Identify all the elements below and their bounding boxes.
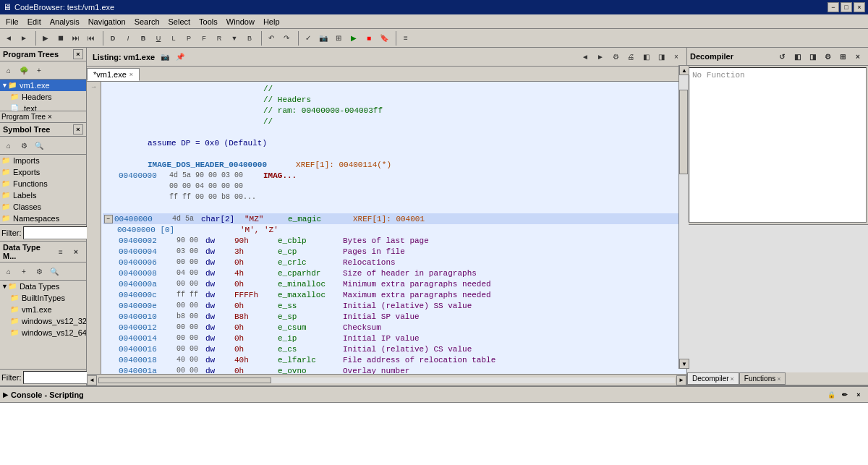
dec-refresh-icon[interactable]: ↺ <box>775 49 789 64</box>
toolbar-bookmark[interactable]: 🔖 <box>377 31 391 46</box>
code-line-elfarlc[interactable]: 00400018 40 00 dw 40h e_lfarlc File addr… <box>103 354 685 365</box>
hscroll-thumb[interactable] <box>98 377 271 383</box>
dt-win64[interactable]: windows_vs12_64 <box>0 327 86 338</box>
console-icon2[interactable]: ✏ <box>838 388 851 401</box>
functions-tab-close[interactable]: × <box>777 375 780 383</box>
scroll-thumb[interactable] <box>679 90 686 175</box>
program-trees-close[interactable]: × <box>73 49 83 59</box>
toolbar-l[interactable]: L <box>166 31 181 46</box>
maximize-button[interactable]: □ <box>841 2 852 12</box>
lst-settings[interactable]: ⚙ <box>608 50 623 64</box>
menu-tools[interactable]: Tools <box>195 16 222 27</box>
tree-item-headers[interactable]: Headers <box>0 91 86 103</box>
lst-snap2[interactable]: ◨ <box>654 50 668 64</box>
code-line-emaxalloc[interactable]: 0040000c ff ff dw FFFFh e_maxalloc Maxim… <box>103 289 685 300</box>
toolbar-b2[interactable]: B <box>242 31 257 46</box>
decompiler-tab-close[interactable]: × <box>731 375 734 383</box>
tree-item-text[interactable]: .text <box>0 103 86 111</box>
listing-hscrollbar[interactable]: ◄ ► <box>87 374 686 385</box>
console-close[interactable]: × <box>852 388 865 401</box>
toolbar-i[interactable]: I <box>121 31 135 46</box>
lst-snap1[interactable]: ◧ <box>639 50 653 64</box>
code-line-ecrlc[interactable]: 00400006 00 00 dw 0h e_crlc Relocations <box>103 257 685 268</box>
code-line-eovno[interactable]: 0040001a 00 00 dw 0h e_ovno Overlay numb… <box>103 365 685 374</box>
toolbar-stop[interactable]: ■ <box>362 31 376 46</box>
lst-nav2[interactable]: ► <box>593 50 608 64</box>
title-bar-controls[interactable]: − □ × <box>827 2 865 12</box>
menu-edit[interactable]: Edit <box>23 16 46 27</box>
symbol-namespaces[interactable]: Namespaces <box>0 213 86 224</box>
symbol-classes[interactable]: Classes <box>0 201 86 213</box>
toolbar-r[interactable]: R <box>212 31 226 46</box>
st-icon2[interactable]: ⚙ <box>17 138 31 153</box>
symbol-exports[interactable]: Exports <box>0 166 86 178</box>
console-icon1[interactable]: 🔒 <box>825 388 838 401</box>
toolbar-v[interactable]: ▼ <box>227 31 242 46</box>
menu-file[interactable]: File <box>1 16 23 27</box>
code-line-esp[interactable]: 00400010 b8 00 dw B8h e_sp Initial SP va… <box>103 311 685 322</box>
menu-analysis[interactable]: Analysis <box>46 16 84 27</box>
dt-data-types[interactable]: ▼ Data Types <box>0 281 86 292</box>
dt-tool4[interactable]: 🔍 <box>47 264 61 278</box>
lst-icon2[interactable]: 📌 <box>173 50 187 64</box>
code-line-ess[interactable]: 0040000e 00 00 dw 0h e_ss Initial (relat… <box>103 300 685 311</box>
code-line-eminalloc[interactable]: 0040000a 00 00 dw 0h e_minalloc Minimum … <box>103 278 685 289</box>
close-button[interactable]: × <box>854 2 865 12</box>
dt-win32[interactable]: windows_vs12_32 <box>0 315 86 327</box>
listing-tab-close-icon[interactable]: × <box>129 71 133 78</box>
code-line-mz[interactable]: − 00400000 4d 5a char[2] "MZ" e_magic XR… <box>103 213 685 224</box>
toolbar-check[interactable]: ✓ <box>301 31 315 46</box>
toolbar-btn3[interactable]: ⏭ <box>69 31 83 46</box>
code-line-eip[interactable]: 00400014 00 00 dw 0h e_ip Initial IP val… <box>103 333 685 344</box>
dt-icon2[interactable]: × <box>69 244 83 259</box>
lst-close[interactable]: × <box>669 50 684 64</box>
code-line-ecsum[interactable]: 00400012 00 00 dw 0h e_csum Checksum <box>103 322 685 333</box>
code-line-ecparhdr[interactable]: 00400008 04 00 dw 4h e_cparhdr Size of h… <box>103 268 685 278</box>
pt-home-icon[interactable]: ⌂ <box>1 63 16 77</box>
toolbar-misc1[interactable]: ≡ <box>399 31 413 46</box>
pt-add-icon[interactable]: + <box>32 63 46 77</box>
listing-content[interactable]: // // Headers // ram: 00400000-004003ff … <box>101 82 686 374</box>
toolbar-redo[interactable]: ↷ <box>279 31 294 46</box>
symbol-imports[interactable]: Imports <box>0 155 86 166</box>
toolbar-b[interactable]: B <box>136 31 150 46</box>
lst-print[interactable]: 🖨 <box>624 50 638 64</box>
dec-settings-icon[interactable]: ⚙ <box>820 49 835 64</box>
dec-icon2[interactable]: ◧ <box>790 49 804 64</box>
toolbar-u[interactable]: U <box>151 31 166 46</box>
toolbar-btn4[interactable]: ⏮ <box>84 31 98 46</box>
code-line-ecblp[interactable]: 00400002 90 00 dw 90h e_cblp Bytes of la… <box>103 235 685 246</box>
toolbar-back[interactable]: ◄ <box>1 31 16 46</box>
menu-search[interactable]: Search <box>130 16 164 27</box>
toolbar-forward[interactable]: ► <box>17 31 31 46</box>
menu-help[interactable]: Help <box>259 16 284 27</box>
menu-select[interactable]: Select <box>164 16 195 27</box>
dt-vm1[interactable]: vm1.exe <box>0 304 86 315</box>
code-line-ecp[interactable]: 00400004 03 00 dw 3h e_cp Pages in file <box>103 246 685 257</box>
lst-nav1[interactable]: ◄ <box>578 50 592 64</box>
toolbar-compare[interactable]: ⊞ <box>331 31 346 46</box>
listing-scrollbar-v[interactable]: ▲ ▼ <box>678 82 686 369</box>
toolbar-run[interactable]: ▶ <box>346 31 361 46</box>
dec-snap-icon[interactable]: ⊞ <box>835 49 850 64</box>
expand-mz-btn[interactable]: − <box>104 215 113 223</box>
dt-tool1[interactable]: ⌂ <box>1 264 16 278</box>
hscroll-right-btn[interactable]: ► <box>676 375 686 385</box>
toolbar-f[interactable]: F <box>197 31 211 46</box>
menu-navigation[interactable]: Navigation <box>84 16 130 27</box>
lst-icon1[interactable]: 📷 <box>158 50 172 64</box>
dec-close-icon[interactable]: × <box>851 49 865 64</box>
toolbar-p[interactable]: P <box>182 31 196 46</box>
dt-tool2[interactable]: + <box>17 264 31 278</box>
toolbar-btn1[interactable]: ▶ <box>38 31 53 46</box>
st-icon1[interactable]: ⌂ <box>1 138 16 153</box>
dec-icon3[interactable]: ◨ <box>805 49 820 64</box>
menu-window[interactable]: Window <box>222 16 259 27</box>
st-icon3[interactable]: 🔍 <box>32 138 46 153</box>
functions-tab[interactable]: Functions × <box>739 372 786 385</box>
tree-item-vm1exe[interactable]: ▼ vm1.exe <box>0 80 86 91</box>
symbol-functions[interactable]: Functions <box>0 178 86 189</box>
hscroll-left-btn[interactable]: ◄ <box>87 375 97 385</box>
decompiler-tab[interactable]: Decompiler × <box>687 372 739 385</box>
minimize-button[interactable]: − <box>827 2 839 12</box>
